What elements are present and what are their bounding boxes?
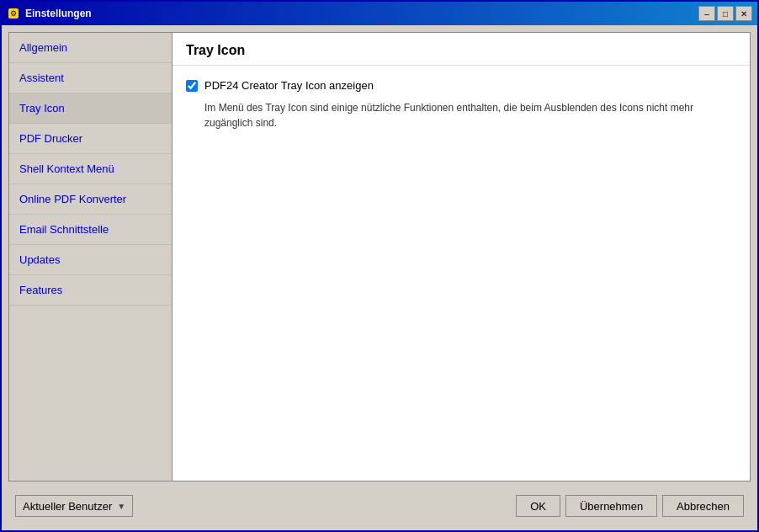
sidebar-item-features[interactable]: Features <box>9 275 172 306</box>
sidebar-item-updates[interactable]: Updates <box>9 245 172 275</box>
sidebar-item-email[interactable]: Email Schnittstelle <box>9 215 172 245</box>
sidebar-item-tray-icon[interactable]: Tray Icon <box>9 93 172 124</box>
close-button[interactable]: ✕ <box>735 6 752 21</box>
tray-icon-checkbox[interactable] <box>186 80 198 92</box>
description-text: Im Menü des Tray Icon sind einige nützli… <box>204 100 736 130</box>
titlebar: ⚙ Einstellungen – □ ✕ <box>2 2 757 25</box>
footer-bar: Aktueller Benutzer ▼ OK Übernehmen Abbre… <box>8 488 751 524</box>
minimize-button[interactable]: – <box>698 6 715 21</box>
sidebar-item-shell-kontext[interactable]: Shell Kontext Menü <box>9 154 172 184</box>
main-window: ⚙ Einstellungen – □ ✕ AllgemeinAssistent… <box>0 0 759 532</box>
sidebar: AllgemeinAssistentTray IconPDF DruckerSh… <box>8 32 172 481</box>
chevron-down-icon: ▼ <box>117 502 125 511</box>
user-dropdown[interactable]: Aktueller Benutzer ▼ <box>15 495 133 517</box>
checkbox-row: PDF24 Creator Tray Icon anzeigen <box>186 79 736 92</box>
sidebar-item-pdf-drucker[interactable]: PDF Drucker <box>9 124 172 154</box>
titlebar-buttons: – □ ✕ <box>698 6 752 21</box>
sidebar-item-online-pdf[interactable]: Online PDF Konverter <box>9 184 172 215</box>
content-body: PDF24 Creator Tray Icon anzeigen Im Menü… <box>172 66 750 481</box>
cancel-button[interactable]: Abbrechen <box>662 495 744 517</box>
svg-text:⚙: ⚙ <box>10 9 17 18</box>
window-title: Einstellungen <box>25 8 698 19</box>
sidebar-item-allgemein[interactable]: Allgemein <box>9 33 172 63</box>
window-content: AllgemeinAssistentTray IconPDF DruckerSh… <box>2 25 757 530</box>
content-heading: Tray Icon <box>186 43 736 58</box>
sidebar-item-assistent[interactable]: Assistent <box>9 63 172 93</box>
content-panel: Tray Icon PDF24 Creator Tray Icon anzeig… <box>172 32 751 481</box>
ok-button[interactable]: OK <box>516 495 560 517</box>
footer-right: OK Übernehmen Abbrechen <box>516 495 744 517</box>
apply-button[interactable]: Übernehmen <box>565 495 657 517</box>
content-header: Tray Icon <box>172 33 750 66</box>
footer-left: Aktueller Benutzer ▼ <box>15 495 133 517</box>
maximize-button[interactable]: □ <box>717 6 734 21</box>
user-dropdown-label: Aktueller Benutzer <box>23 500 112 513</box>
main-area: AllgemeinAssistentTray IconPDF DruckerSh… <box>8 32 751 481</box>
window-icon: ⚙ <box>7 7 20 20</box>
checkbox-label[interactable]: PDF24 Creator Tray Icon anzeigen <box>204 79 374 92</box>
